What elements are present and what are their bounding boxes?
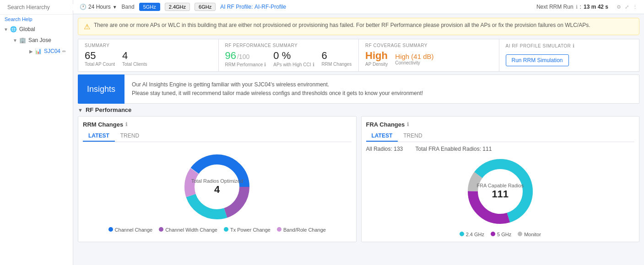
fra-donut-title: FRA Capable Radios	[476, 183, 524, 188]
search-input[interactable]	[7, 4, 76, 11]
rrm-score-group: 96 /100 RRM Performance ℹ	[225, 50, 266, 68]
info-icon[interactable]: ℹ	[407, 122, 409, 127]
band-label: Band	[122, 4, 135, 10]
legend-band-role: Band/Role Change	[277, 227, 326, 233]
connectivity: High (41 dB)	[395, 53, 433, 60]
expand-icon[interactable]: ⤢	[625, 4, 629, 10]
rrm-changes: 6	[322, 50, 352, 62]
legend-dot	[491, 232, 495, 236]
info-icon[interactable]: ℹ	[125, 122, 127, 127]
legend-channel-width: Channel Width Change	[159, 227, 217, 233]
rf-perf-label: RF PERFORMANCE SUMMARY	[225, 43, 352, 48]
aps-high: 0 %	[273, 50, 314, 62]
rrm-perf-label: RRM Performance ℹ	[225, 62, 266, 68]
fra-panel-title: FRA Changes ℹ	[366, 121, 635, 128]
sidebar-search-bar[interactable]: ⊞	[0, 0, 73, 15]
legend-monitor: Monitor	[518, 232, 541, 237]
fra-chart-area: FRA Capable Radios 111 2.4 GHz 5 GHz Mon…	[366, 155, 635, 237]
sidebar: ⊞ Search Help ▼ 🌐 Global ▼ 🏢 San Jose ▶ …	[0, 0, 73, 265]
chevron-icon: ▶	[29, 49, 33, 54]
aps-high-label: APs with High CCI ℹ	[273, 62, 314, 68]
main-content: 🕐 24 Hours ▼ Band 5GHz 2.4GHz 6GHz AI RF…	[73, 0, 644, 265]
tab-fra-trend[interactable]: TREND	[398, 131, 428, 142]
rrm-changes-label: RRM Changes	[322, 62, 352, 67]
rrm-time-value: 13 m 42 s	[584, 4, 608, 10]
ap-density-label: AP Density	[365, 62, 388, 67]
profile-name: AI-RF-Profile	[254, 4, 286, 10]
content-area: ⚠ There are one or more APs or WLC in th…	[73, 14, 644, 265]
ap-count-label: Total AP Count	[85, 62, 115, 67]
rf-performance-section: ▼ RF Performance RRM Changes ℹ LATEST TR…	[78, 106, 639, 242]
legend-dot	[224, 227, 228, 232]
tab-rrm-trend[interactable]: TREND	[115, 131, 145, 142]
clients-group: 4 Total Clients	[122, 50, 147, 67]
sidebar-item-global[interactable]: ▼ 🌐 Global	[0, 24, 73, 35]
rf-performance-summary-box: RF PERFORMANCE SUMMARY 96 /100 RRM Perfo…	[219, 39, 359, 72]
ap-count-group: 65 Total AP Count	[85, 50, 115, 67]
profile-simulator-label: AI RF PROFILE SIMULATOR ℹ	[506, 43, 633, 49]
time-selector[interactable]: 🕐 24 Hours ▼	[80, 4, 117, 10]
topbar-controls: ⚙ ⤢ ⋮	[617, 4, 638, 10]
clients-label: Total Clients	[122, 62, 147, 67]
legend-dot	[518, 232, 522, 236]
chevron-down-icon: ▼	[113, 5, 117, 10]
sidebar-item-sjc04[interactable]: ▶ 📊 SJC04 ✏	[26, 46, 73, 57]
insights-line1: Our AI Insights Engine is getting famili…	[132, 80, 632, 89]
sidebar-item-label: SJC04	[44, 48, 60, 54]
ap-count: 65	[85, 50, 115, 62]
info-icon[interactable]: ℹ	[264, 62, 266, 68]
globe-icon: 🌐	[10, 26, 17, 32]
rf-perf-values: 96 /100 RRM Performance ℹ 0 % APs with H…	[225, 50, 352, 68]
fra-enabled-label: Total FRA Enabled Radios:	[416, 146, 483, 152]
summary-box: SUMMARY 65 Total AP Count 4 Total Client…	[78, 39, 219, 72]
ai-rf-profile-box: AI RF PROFILE SIMULATOR ℹ Run RRM Simula…	[499, 39, 640, 72]
fra-meta: All Radios: 133 Total FRA Enabled Radios…	[366, 146, 635, 152]
info-icon: ℹ	[576, 4, 578, 10]
coverage-label: RF COVERAGE SUMMARY	[365, 43, 492, 48]
insights-line2: Please stay tuned, it will recommend tai…	[132, 89, 632, 98]
rrm-chart-area: Total Radios Optimized 4 Channel Change …	[83, 146, 352, 237]
fra-enabled-value: 111	[482, 146, 492, 152]
rf-coverage-summary-box: RF COVERAGE SUMMARY High AP Density High…	[359, 39, 499, 72]
rrm-score: 96	[225, 50, 236, 62]
edit-icon[interactable]: ✏	[62, 49, 66, 54]
settings-icon[interactable]: ⚙	[617, 4, 621, 10]
band-24ghz-button[interactable]: 2.4GHz	[165, 3, 190, 11]
tab-rrm-latest[interactable]: LATEST	[83, 131, 115, 142]
all-radios-label: All Radios:	[366, 146, 394, 152]
insights-label: Insights	[78, 74, 124, 104]
search-help-link[interactable]: Search Help	[0, 15, 73, 24]
rrm-legend: Channel Change Channel Width Change Tx P…	[108, 227, 326, 233]
aps-high-group: 0 % APs with High CCI ℹ	[273, 50, 314, 68]
sidebar-item-sanjose[interactable]: ▼ 🏢 San Jose	[9, 35, 73, 46]
rrm-donut-num: 4	[191, 184, 243, 196]
sidebar-tree: ▼ 🌐 Global ▼ 🏢 San Jose ▶ 📊 SJC04 ✏	[0, 24, 73, 265]
rrm-label: Next RRM Run	[536, 4, 574, 10]
more-icon[interactable]: ⋮	[633, 4, 638, 10]
info-icon[interactable]: ℹ	[313, 62, 314, 68]
fra-changes-panel: FRA Changes ℹ LATEST TREND All Radios: 1…	[361, 116, 640, 242]
rrm-donut-chart: Total Radios Optimized 4	[180, 150, 254, 223]
rf-section-header[interactable]: ▼ RF Performance	[78, 106, 639, 113]
rrm-timer: Next RRM Run ℹ : 13 m 42 s	[536, 4, 608, 10]
legend-dot	[277, 227, 281, 232]
tab-fra-latest[interactable]: LATEST	[366, 131, 398, 142]
insights-banner: Insights Our AI Insights Engine is getti…	[78, 74, 639, 104]
rrm-donut-title: Total Radios Optimized	[191, 178, 243, 184]
sidebar-item-label: Global	[19, 26, 35, 32]
building-icon: 🏢	[19, 37, 26, 43]
insights-text: Our AI Insights Engine is getting famili…	[124, 74, 639, 104]
clock-icon: 🕐	[80, 4, 87, 10]
chevron-icon: ▼	[13, 38, 17, 43]
fra-donut-label: FRA Capable Radios 111	[476, 183, 524, 200]
info-icon[interactable]: ℹ	[573, 43, 575, 49]
run-rrm-button[interactable]: Run RRM Simulation	[506, 54, 569, 66]
ap-density: High	[365, 50, 388, 62]
fra-donut-num: 111	[476, 188, 524, 200]
rf-section-label: RF Performance	[86, 106, 131, 113]
legend-dot	[108, 227, 113, 232]
legend-dot	[460, 232, 464, 236]
band-5ghz-button[interactable]: 5GHz	[139, 3, 160, 11]
all-radios-value: 133	[394, 146, 403, 152]
band-6ghz-button[interactable]: 6GHz	[195, 3, 216, 11]
